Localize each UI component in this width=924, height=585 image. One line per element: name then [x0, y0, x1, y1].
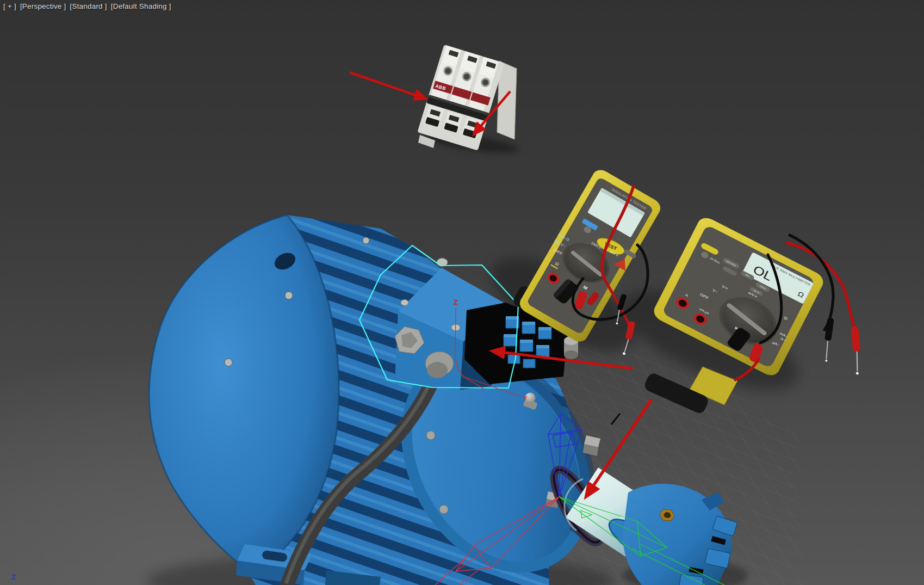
viewport-label: [ + ][Perspective ][Standard ][Default S…	[3, 2, 175, 10]
gizmo-y-label: Y	[523, 395, 528, 402]
flange-bolt	[439, 505, 448, 514]
viewport-menu-standard[interactable]: [Standard ]	[70, 2, 107, 10]
cover-bolt	[225, 359, 232, 366]
flange-bolt	[426, 431, 435, 440]
cover-bolt	[285, 292, 293, 299]
coupling-chuck	[623, 484, 737, 585]
viewport-menu-pov[interactable]: [Perspective ]	[20, 2, 66, 10]
box-bolt	[401, 300, 408, 306]
viewport-3dsmax: [ + ][Perspective ][Standard ][Default S…	[0, 0, 924, 585]
gizmo-z-label: Z	[454, 299, 457, 306]
cover-bolt	[363, 237, 369, 244]
scene-canvas: ABB INSULATION TESTER TEST	[0, 0, 924, 585]
world-axis-z-label: Z	[11, 573, 16, 581]
viewport-menu-general[interactable]: [ + ]	[3, 2, 16, 10]
viewport-menu-shading[interactable]: [Default Shading ]	[111, 2, 171, 10]
